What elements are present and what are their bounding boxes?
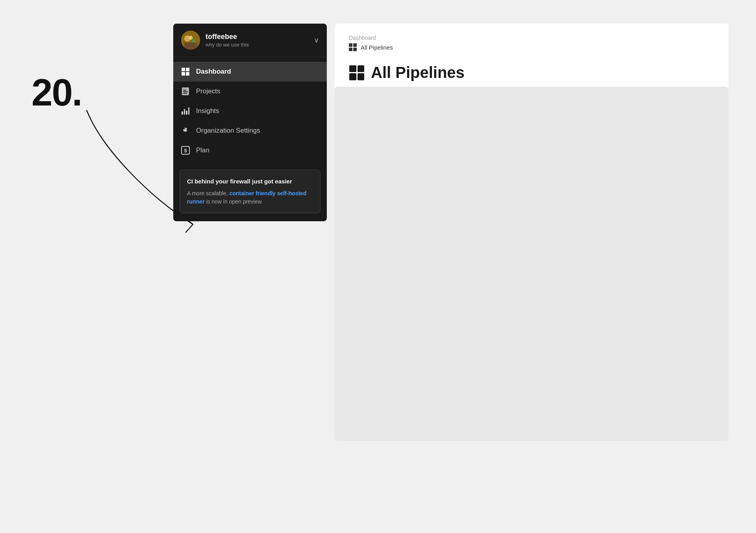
org-avatar <box>181 31 200 50</box>
sidebar-item-label: Organization Settings <box>196 127 260 135</box>
svg-rect-3 <box>184 43 197 50</box>
sidebar-item-label: Dashboard <box>196 68 231 76</box>
annotation-number: 20. <box>32 71 82 114</box>
sidebar-item-insights[interactable]: Insights <box>173 101 327 121</box>
insights-icon <box>181 107 190 115</box>
breadcrumb-item-text: All Pipelines <box>361 44 393 51</box>
sidebar-item-label: Projects <box>196 87 220 95</box>
breadcrumb-label: Dashboard <box>349 35 714 41</box>
sidebar-item-projects[interactable]: Projects <box>173 81 327 101</box>
gear-icon <box>181 126 190 135</box>
plan-icon: $ <box>181 146 190 155</box>
promo-card: CI behind your firewall just got easier … <box>180 170 321 213</box>
promo-text-after: is now in open preview <box>204 198 262 205</box>
sidebar-item-dashboard[interactable]: Dashboard <box>173 62 327 81</box>
projects-icon <box>181 87 190 96</box>
promo-title: CI behind your firewall just got easier <box>187 177 313 185</box>
main-content-header: Dashboard All Pipelines <box>335 24 728 93</box>
sidebar-item-label: Plan <box>196 146 209 154</box>
breadcrumb-icon <box>349 43 357 51</box>
sidebar-item-org-settings[interactable]: Organization Settings <box>173 121 327 141</box>
org-name: toffeebee <box>206 33 308 41</box>
svg-point-4 <box>189 36 193 40</box>
breadcrumb-item[interactable]: All Pipelines <box>349 43 714 51</box>
page-icon <box>349 65 365 81</box>
nav-section: Dashboard Projects <box>173 57 327 165</box>
svg-rect-6 <box>183 90 186 91</box>
sidebar: toffeebee why do we use this ∨ <box>173 24 327 221</box>
org-subtitle: why do we use this <box>206 42 308 48</box>
sidebar-item-label: Insights <box>196 107 219 115</box>
promo-text: A more scalable, container friendly self… <box>187 189 313 206</box>
svg-rect-7 <box>183 91 188 92</box>
dashboard-icon <box>181 67 190 76</box>
org-info: toffeebee why do we use this <box>206 33 308 48</box>
svg-rect-8 <box>183 93 187 94</box>
sidebar-item-plan[interactable]: $ Plan <box>173 141 327 160</box>
promo-text-before: A more scalable, <box>187 190 229 196</box>
main-content-body <box>335 87 728 441</box>
org-header[interactable]: toffeebee why do we use this ∨ <box>173 24 327 57</box>
page-header: All Pipelines <box>349 64 714 81</box>
chevron-down-icon: ∨ <box>314 36 319 44</box>
page-title: All Pipelines <box>371 64 465 81</box>
